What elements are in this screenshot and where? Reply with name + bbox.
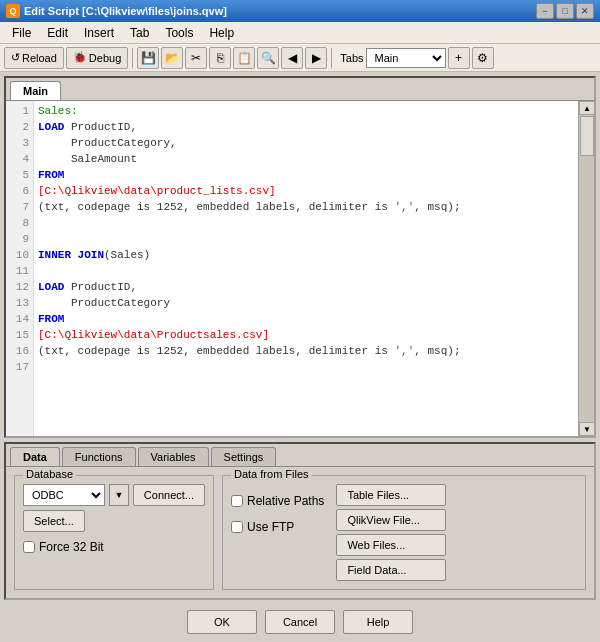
combo-arrow[interactable]: ▼ — [109, 484, 129, 506]
files-options: Relative Paths Use FTP — [231, 486, 324, 581]
add-tab-button[interactable]: + — [448, 47, 470, 69]
field-data-button[interactable]: Field Data... — [336, 559, 446, 581]
menu-insert[interactable]: Insert — [76, 24, 122, 42]
tabs-label: Tabs — [340, 52, 363, 64]
options-button[interactable]: ⚙ — [472, 47, 494, 69]
panel-tab-data[interactable]: Data — [10, 447, 60, 466]
menu-tab[interactable]: Tab — [122, 24, 157, 42]
files-group-label: Data from Files — [231, 468, 312, 480]
editor-scrollbar[interactable]: ▲ ▼ — [578, 101, 594, 436]
relative-paths-row: Relative Paths — [231, 494, 324, 508]
use-ftp-checkbox[interactable] — [231, 521, 243, 533]
panel-tab-functions[interactable]: Functions — [62, 447, 136, 466]
connect-button[interactable]: Connect... — [133, 484, 205, 506]
search-button[interactable]: 🔍 — [257, 47, 279, 69]
force32bit-checkbox[interactable] — [23, 541, 35, 553]
reload-icon: ↺ — [11, 51, 20, 64]
web-files-button[interactable]: Web Files... — [336, 534, 446, 556]
qlikview-file-button[interactable]: QlikView File... — [336, 509, 446, 531]
database-group-label: Database — [23, 468, 76, 480]
force32bit-label: Force 32 Bit — [39, 540, 104, 554]
minimize-button[interactable]: − — [536, 3, 554, 19]
editor-panel: Main 1234567891011121314151617 Sales: LO… — [4, 76, 596, 438]
tabs-dropdown[interactable]: Main — [366, 48, 446, 68]
database-group: Database ODBC ▼ Connect... Select... For… — [14, 475, 214, 590]
main-content: Main 1234567891011121314151617 Sales: LO… — [0, 72, 600, 642]
editor-body: 1234567891011121314151617 Sales: LOAD Pr… — [6, 101, 594, 436]
database-combo-row: ODBC ▼ Connect... — [23, 484, 205, 506]
select-button[interactable]: Select... — [23, 510, 85, 532]
save-button[interactable]: 💾 — [137, 47, 159, 69]
reload-button[interactable]: ↺ Reload — [4, 47, 64, 69]
files-buttons: Table Files... QlikView File... Web File… — [336, 484, 446, 581]
maximize-button[interactable]: □ — [556, 3, 574, 19]
cancel-button[interactable]: Cancel — [265, 610, 335, 634]
relative-paths-checkbox[interactable] — [231, 495, 243, 507]
database-dropdown[interactable]: ODBC — [23, 484, 105, 506]
toolbar-separator2 — [331, 48, 332, 68]
app-icon: Q — [6, 4, 20, 18]
back-button[interactable]: ◀ — [281, 47, 303, 69]
dialog-buttons: OK Cancel Help — [4, 604, 596, 638]
table-files-button[interactable]: Table Files... — [336, 484, 446, 506]
scroll-thumb[interactable] — [580, 116, 594, 156]
use-ftp-row: Use FTP — [231, 520, 324, 534]
relative-paths-label: Relative Paths — [247, 494, 324, 508]
ok-button[interactable]: OK — [187, 610, 257, 634]
editor-tabs: Main — [6, 78, 594, 101]
toolbar-separator — [132, 48, 133, 68]
bottom-panel: Data Functions Variables Settings Databa… — [4, 442, 596, 600]
panel-tab-variables[interactable]: Variables — [138, 447, 209, 466]
copy-button[interactable]: ⎘ — [209, 47, 231, 69]
toolbar: ↺ Reload 🐞 Debug 💾 📂 ✂ ⎘ 📋 🔍 ◀ ▶ Tabs Ma… — [0, 44, 600, 72]
menu-bar: File Edit Insert Tab Tools Help — [0, 22, 600, 44]
help-button[interactable]: Help — [343, 610, 413, 634]
scroll-up[interactable]: ▲ — [579, 101, 594, 115]
scroll-track — [579, 115, 594, 422]
forward-button[interactable]: ▶ — [305, 47, 327, 69]
window-controls: − □ ✕ — [536, 3, 594, 19]
menu-file[interactable]: File — [4, 24, 39, 42]
debug-button[interactable]: 🐞 Debug — [66, 47, 128, 69]
editor-tab-main[interactable]: Main — [10, 81, 61, 100]
window-title: Edit Script [C:\Qlikview\files\joins.qvw… — [24, 5, 227, 17]
menu-help[interactable]: Help — [201, 24, 242, 42]
debug-icon: 🐞 — [73, 51, 87, 64]
panel-tab-settings[interactable]: Settings — [211, 447, 277, 466]
code-editor[interactable]: Sales: LOAD ProductID, ProductCategory, … — [34, 101, 578, 436]
title-bar: Q Edit Script [C:\Qlikview\files\joins.q… — [0, 0, 600, 22]
menu-edit[interactable]: Edit — [39, 24, 76, 42]
paste-button[interactable]: 📋 — [233, 47, 255, 69]
panel-tabs: Data Functions Variables Settings — [6, 444, 594, 467]
panel-body: Database ODBC ▼ Connect... Select... For… — [6, 467, 594, 598]
menu-tools[interactable]: Tools — [157, 24, 201, 42]
open-button[interactable]: 📂 — [161, 47, 183, 69]
close-button[interactable]: ✕ — [576, 3, 594, 19]
cut-button[interactable]: ✂ — [185, 47, 207, 69]
line-numbers: 1234567891011121314151617 — [6, 101, 34, 436]
use-ftp-label: Use FTP — [247, 520, 294, 534]
scroll-down[interactable]: ▼ — [579, 422, 594, 436]
files-group: Data from Files Relative Paths Use FTP — [222, 475, 586, 590]
force32bit-row: Force 32 Bit — [23, 540, 205, 554]
